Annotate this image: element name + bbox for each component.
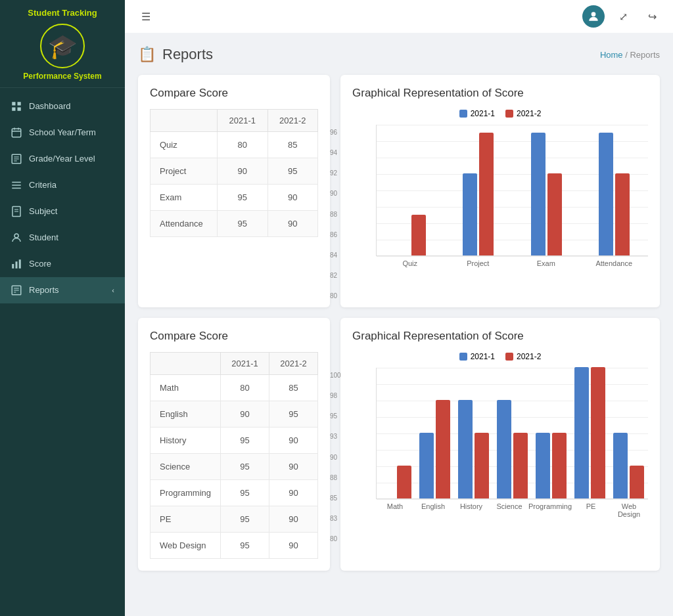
breadcrumb-separator: / [625, 50, 628, 60]
page-title-icon: 📋 [138, 46, 156, 63]
reports-icon [11, 284, 22, 296]
chart-legend-1: 2021-1 2021-2 [352, 109, 648, 118]
x-axis-label: Exam [512, 256, 580, 267]
sidebar-item-subject[interactable]: Subject [0, 198, 125, 225]
sidebar-label-score: Score [29, 259, 51, 269]
breadcrumb-home[interactable]: Home [600, 50, 623, 60]
x-labels-1: QuizProjectExamAttendance [376, 256, 648, 267]
table-row: PE 95 90 [151, 506, 318, 533]
y-axis-label: 80 [330, 292, 337, 299]
fullscreen-button[interactable]: ⤢ [613, 6, 634, 27]
bar-group [513, 133, 580, 256]
row-v1: 80 [221, 375, 269, 401]
chart-card-1: Graphical Representation of Score 2021-1… [340, 75, 660, 307]
sidebar-item-criteria[interactable]: Criteria [0, 172, 125, 198]
sidebar-item-score[interactable]: Score [0, 251, 125, 277]
row-v1: 95 [221, 428, 269, 454]
svg-rect-22 [16, 261, 18, 269]
chart-card-2: Graphical Representation of Score 2021-1… [340, 318, 660, 571]
breadcrumb-current: Reports [630, 50, 660, 60]
col-header2-2021-2: 2021-2 [269, 353, 318, 375]
sidebar-label-dashboard: Dashboard [29, 101, 71, 111]
row-v1: 95 [221, 480, 269, 506]
row-label: English [151, 401, 221, 428]
row-v1: 95 [218, 211, 268, 237]
logout-button[interactable]: ↪ [641, 6, 662, 27]
legend-item-3: 2021-1 [459, 352, 495, 361]
bar-red [479, 133, 494, 256]
student-icon [11, 232, 22, 244]
y-axis-2: 1009895939088858380 [330, 368, 341, 539]
bar-red [547, 173, 562, 255]
grid-line [377, 125, 648, 125]
sidebar-item-school-year[interactable]: School Year/Term [0, 120, 125, 146]
logo-subtitle: Performance System [5, 72, 120, 81]
sidebar-label-subject: Subject [29, 206, 57, 216]
row-v2: 90 [267, 211, 318, 237]
legend-label-red-1: 2021-2 [517, 109, 541, 118]
bar-group [454, 400, 493, 498]
chart-area-1 [376, 125, 648, 256]
bar-red [436, 400, 450, 498]
x-labels-2: MathEnglishHistoryScienceProgrammingPEWe… [376, 499, 648, 518]
grid-line [377, 256, 648, 257]
sidebar-navigation: Dashboard School Year/Term Grade/Year Le… [0, 88, 125, 303]
svg-rect-6 [12, 129, 21, 137]
bar-red [591, 367, 605, 498]
compare-score-card-2: Compare Score 2021-1 2021-2 Math 80 85En… [138, 318, 330, 571]
row-v2: 85 [269, 375, 318, 401]
bar-blue [574, 367, 589, 498]
compare-score-card-1: Compare Score 2021-1 2021-2 Quiz 80 85Pr… [138, 75, 330, 307]
row-v1: 95 [218, 185, 268, 211]
sidebar-label-criteria: Criteria [29, 180, 57, 190]
bar-blue [536, 433, 550, 498]
bar-group [570, 367, 609, 498]
chart-container-2: 1009895939088858380 MathEnglishHistorySc… [352, 368, 648, 539]
table-row: English 90 95 [151, 401, 318, 428]
chart-container-1: 969492908886848280 QuizProjectExamAttend… [352, 125, 648, 296]
bar-blue [599, 133, 613, 256]
page-title: Reports [162, 46, 213, 63]
sidebar-item-student[interactable]: Student [0, 225, 125, 251]
row-label: Programming [151, 480, 221, 506]
topbar-left: ☰ [135, 6, 156, 27]
score-icon [11, 258, 22, 270]
col-empty-1 [151, 110, 218, 132]
table-row: Attendance 95 90 [151, 211, 318, 237]
chart-area-2 [376, 368, 648, 499]
svg-rect-23 [19, 259, 21, 269]
sidebar-item-dashboard[interactable]: Dashboard [0, 93, 125, 120]
row-v1: 95 [221, 506, 269, 533]
bar-red [475, 433, 489, 498]
content-area: 📋 Reports Home / Reports Compare Score 2… [125, 33, 673, 616]
legend-dot-blue-1 [459, 110, 467, 118]
bar-blue [419, 433, 434, 498]
row-v1: 95 [221, 533, 269, 559]
y-axis-label: 84 [330, 252, 337, 259]
cards-grid: Compare Score 2021-1 2021-2 Quiz 80 85Pr… [138, 75, 660, 571]
col-header2-2021-1: 2021-1 [221, 353, 269, 375]
row-v1: 80 [218, 132, 268, 158]
sidebar-item-reports[interactable]: Reports ‹ [0, 277, 125, 303]
row-label: Exam [151, 185, 218, 211]
page-title-area: 📋 Reports [138, 46, 213, 63]
col-empty-2 [151, 353, 221, 375]
svg-rect-2 [12, 102, 15, 105]
y-axis-label: 90 [330, 190, 337, 197]
row-v2: 90 [269, 506, 318, 533]
menu-button[interactable]: ☰ [135, 6, 156, 27]
y-axis-1: 969492908886848280 [330, 125, 337, 296]
row-v2: 90 [269, 428, 318, 454]
logo-title: Student Tracking [5, 8, 120, 19]
y-axis-label: 100 [330, 372, 341, 379]
table-row: Programming 95 90 [151, 480, 318, 506]
col-header-2021-2: 2021-2 [267, 110, 318, 132]
chart-title-2: Graphical Representation of Score [352, 330, 648, 343]
bar-blue [531, 133, 545, 256]
sidebar-item-grade-level[interactable]: Grade/Year Level [0, 146, 125, 172]
x-axis-label: Programming [528, 499, 572, 518]
user-icon [587, 10, 600, 23]
avatar-button[interactable] [582, 5, 605, 28]
sidebar-label-reports: Reports [29, 285, 59, 295]
chart-legend-2: 2021-1 2021-2 [352, 352, 648, 361]
